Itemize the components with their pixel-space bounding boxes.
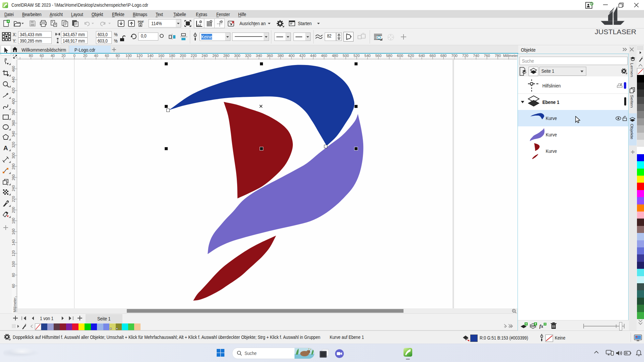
svg-text:Millimeter: Millimeter [13,297,17,312]
svg-text:JUSTLASER: JUSTLASER [595,28,636,36]
